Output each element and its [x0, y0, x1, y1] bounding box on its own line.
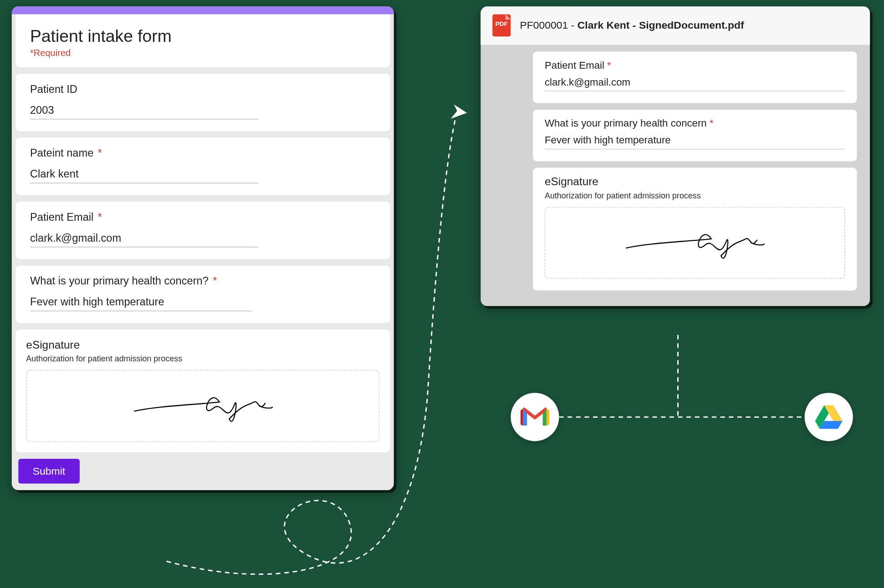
field-patient-name: Pateint name *: [15, 138, 390, 195]
pdf-icon-label: PDF: [492, 20, 511, 27]
required-asterisk: *: [710, 117, 714, 128]
google-drive-icon: [805, 393, 853, 441]
pdf-icon: PDF: [492, 15, 511, 37]
health-concern-input[interactable]: [30, 294, 252, 311]
patient-email-label: Patient Email *: [30, 211, 376, 223]
patient-id-label: Patient ID: [30, 83, 376, 95]
pdf-signature-box: [545, 207, 845, 279]
signature-subtitle: Authorization for patient admission proc…: [26, 355, 379, 364]
pdf-filename-prefix: PF000001 -: [520, 20, 577, 30]
pdf-signature-subtitle: Authorization for patient admission proc…: [545, 191, 845, 200]
field-patient-email: Patient Email *: [15, 202, 390, 259]
pdf-email-card: Patient Email * clark.k@gmail.com: [533, 51, 857, 103]
required-asterisk: *: [97, 211, 102, 223]
signature-box[interactable]: [26, 370, 379, 442]
patient-id-input[interactable]: [30, 102, 259, 120]
pdf-email-value: clark.k@gmail.com: [545, 75, 845, 91]
form-header-card: Patient intake form *Required: [15, 15, 390, 67]
pdf-panel: PDF PF000001 - Clark Kent - SignedDocume…: [480, 6, 870, 306]
pdf-signature-card: eSignature Authorization for patient adm…: [533, 168, 857, 291]
signature-title: eSignature: [26, 339, 379, 352]
signature-scribble: [623, 217, 766, 269]
patient-name-label-text: Pateint name: [30, 147, 93, 159]
pdf-email-label: Patient Email *: [545, 59, 845, 71]
submit-button[interactable]: Submit: [18, 459, 80, 483]
pdf-concern-label-text: What is your primary health concern: [545, 117, 707, 128]
field-health-concern: What is your primary health concern? *: [15, 266, 390, 323]
field-patient-id: Patient ID: [15, 74, 390, 131]
pdf-filename-bold: Clark Kent - SignedDocument.pdf: [577, 20, 744, 30]
pdf-email-label-text: Patient Email: [545, 59, 604, 70]
patient-name-input[interactable]: [30, 166, 259, 183]
intake-form: Patient intake form *Required Patient ID…: [12, 6, 394, 490]
signature-scribble: [131, 380, 275, 432]
patient-name-label: Pateint name *: [30, 147, 376, 159]
pdf-concern-label: What is your primary health concern *: [545, 117, 845, 129]
gmail-icon: [511, 393, 559, 441]
form-title: Patient intake form: [30, 26, 376, 46]
pdf-concern-card: What is your primary health concern * Fe…: [533, 110, 857, 161]
pdf-signature-title: eSignature: [545, 176, 845, 189]
required-note: *Required: [30, 48, 376, 58]
signature-card: eSignature Authorization for patient adm…: [15, 329, 390, 452]
patient-email-label-text: Patient Email: [30, 211, 93, 223]
pdf-concern-value: Fever with high temperature: [545, 133, 845, 150]
required-asterisk: *: [97, 147, 102, 159]
pdf-filename: PF000001 - Clark Kent - SignedDocument.p…: [520, 20, 744, 31]
required-asterisk: *: [211, 275, 217, 287]
patient-email-input[interactable]: [30, 230, 259, 248]
health-concern-label: What is your primary health concern? *: [30, 275, 376, 287]
form-accent-bar: [12, 6, 394, 14]
required-asterisk: *: [607, 59, 611, 70]
pdf-header: PDF PF000001 - Clark Kent - SignedDocume…: [480, 6, 870, 45]
health-concern-label-text: What is your primary health concern?: [30, 275, 209, 287]
